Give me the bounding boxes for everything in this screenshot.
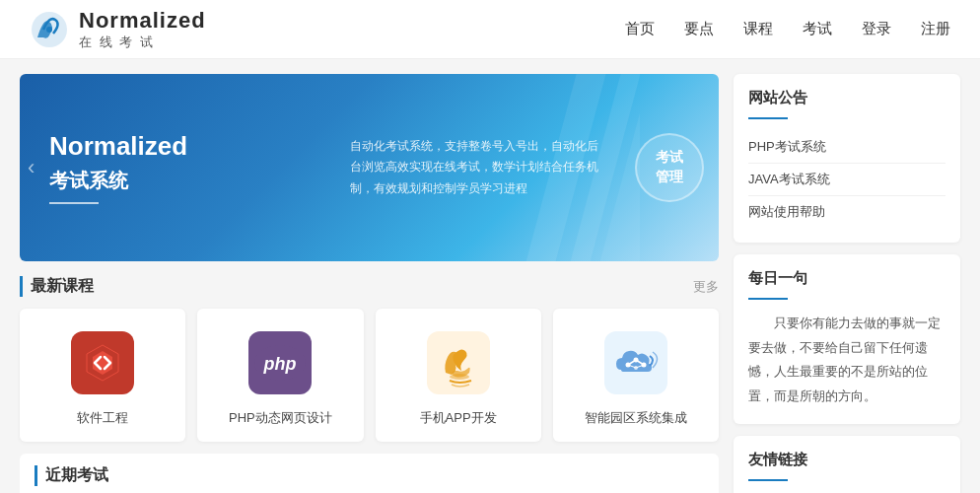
svg-point-6: [450, 374, 469, 380]
recent-exams-title: 近期考试: [35, 465, 704, 486]
course-card-iot[interactable]: 智能园区系统集成: [553, 309, 719, 442]
nav-exam[interactable]: 考试: [803, 20, 832, 38]
friends-card: 友情链接 PHP中文网 我爱学习网: [734, 436, 960, 493]
banner-badge-text: 考试 管理: [656, 148, 683, 186]
nav-register[interactable]: 注册: [921, 20, 950, 38]
left-column: ‹ Normalized 考试系统 自动化考试系统，支持整卷号入号出，自动化后台…: [20, 74, 734, 493]
php-icon: php: [248, 331, 312, 394]
hero-banner: ‹ Normalized 考试系统 自动化考试系统，支持整卷号入号出，自动化后台…: [20, 74, 719, 261]
course-name-iot: 智能园区系统集成: [568, 409, 704, 427]
nav-home[interactable]: 首页: [625, 20, 655, 38]
logo-subtitle: 在 线 考 试: [79, 34, 206, 51]
java-icon: [427, 331, 490, 394]
banner-text: Normalized 考试系统: [20, 106, 330, 229]
announcement-title: 网站公告: [748, 89, 945, 107]
course-icon-iot: [601, 328, 670, 397]
logo-title: Normalized: [79, 8, 206, 34]
courses-section: 最新课程 更多: [20, 276, 719, 442]
course-name-software: 软件工程: [35, 409, 171, 427]
announcement-link-1[interactable]: JAVA考试系统: [748, 164, 945, 196]
course-card-java[interactable]: 手机APP开发: [376, 309, 541, 442]
svg-text:php: php: [263, 354, 297, 374]
courses-section-title: 最新课程: [20, 276, 94, 297]
course-card-php[interactable]: php PHP动态网页设计: [197, 309, 363, 442]
logo-text-area: Normalized 在 线 考 试: [79, 8, 206, 51]
daily-quote-text: 只要你有能力去做的事就一定要去做，不要给自己留下任何遗憾，人生最重要的不是所站的…: [748, 312, 945, 409]
friends-title: 友情链接: [748, 451, 945, 469]
course-name-php: PHP动态网页设计: [212, 409, 348, 427]
course-card-software[interactable]: 软件工程: [20, 309, 185, 442]
banner-main-title: Normalized: [49, 131, 301, 162]
nav-courses[interactable]: 课程: [743, 20, 773, 38]
svg-point-1: [46, 27, 52, 33]
course-icon-software: [68, 328, 137, 397]
banner-deco: [522, 74, 640, 261]
logo-icon: [30, 10, 69, 49]
main-container: ‹ Normalized 考试系统 自动化考试系统，支持整卷号入号出，自动化后台…: [0, 59, 980, 493]
banner-sub-title: 考试系统: [49, 168, 301, 194]
daily-divider: [748, 298, 788, 300]
course-icon-php: php: [245, 328, 315, 397]
nav-login[interactable]: 登录: [862, 20, 891, 38]
banner-badge: 考试 管理: [635, 133, 704, 202]
right-sidebar: 网站公告 PHP考试系统 JAVA考试系统 网站使用帮助 每日一句 只要你有能力…: [734, 74, 960, 493]
courses-more-link[interactable]: 更多: [693, 278, 719, 296]
courses-grid: 软件工程 php PHP动态网页设计: [20, 309, 719, 442]
announcement-link-2[interactable]: 网站使用帮助: [748, 196, 945, 228]
course-name-java: 手机APP开发: [390, 409, 526, 427]
header: Normalized 在 线 考 试 首页 要点 课程 考试 登录 注册: [0, 0, 980, 59]
friends-divider: [748, 479, 788, 481]
main-nav: 首页 要点 课程 考试 登录 注册: [625, 20, 950, 38]
course-icon-java: [424, 328, 493, 397]
recent-exams-section: 近期考试: [20, 454, 719, 493]
nav-keypoints[interactable]: 要点: [684, 20, 714, 38]
announcement-card: 网站公告 PHP考试系统 JAVA考试系统 网站使用帮助: [734, 74, 960, 243]
banner-divider: [49, 202, 99, 204]
software-icon: [71, 331, 134, 394]
banner-prev-button[interactable]: ‹: [28, 155, 35, 180]
courses-section-header: 最新课程 更多: [20, 276, 719, 297]
daily-quote-card: 每日一句 只要你有能力去做的事就一定要去做，不要给自己留下任何遗憾，人生最重要的…: [734, 254, 960, 424]
announcement-link-0[interactable]: PHP考试系统: [748, 131, 945, 164]
announcement-divider: [748, 117, 788, 119]
iot-icon: [604, 331, 667, 394]
logo-area: Normalized 在 线 考 试: [30, 8, 206, 51]
daily-quote-title: 每日一句: [748, 269, 945, 288]
